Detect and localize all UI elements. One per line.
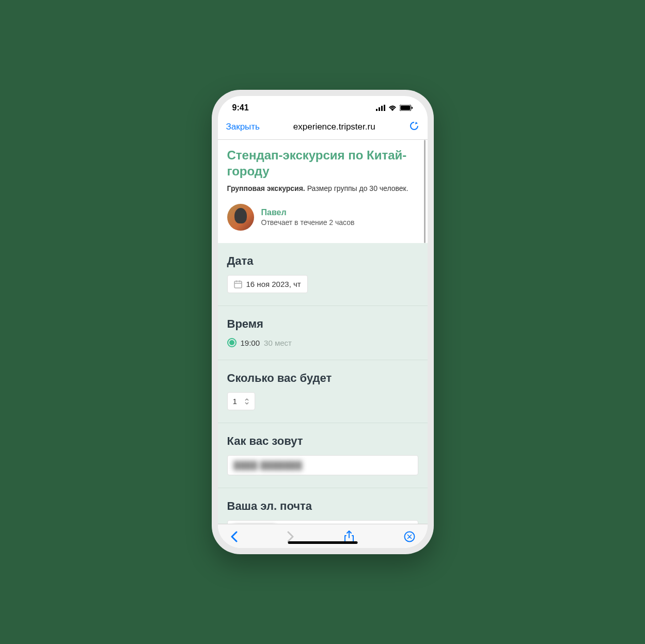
phone-screen: 9:41 Закрыть experience.tripster.ru Стен… [218,96,428,548]
name-input[interactable]: ████ ███████ [227,455,418,475]
count-value: 1 [233,397,237,406]
name-label: Как вас зовут [227,434,418,448]
name-section: Как вас зовут ████ ███████ [218,423,428,488]
email-section: Ваша эл. почта ███████@rambler.ru [218,488,428,524]
date-value: 16 ноя 2023, чт [246,280,301,288]
group-size: Размер группы до 30 человек. [305,184,408,192]
browser-navbar: Закрыть experience.tripster.ru [218,116,428,140]
time-label: Время [227,317,418,331]
date-section: Дата 16 ноя 2023, чт [218,243,428,306]
chevron-left-icon [230,531,238,542]
count-label: Сколько вас будет [227,372,418,385]
cellular-icon [376,105,385,111]
booking-header: Стендап-экскурсия по Китай-городу Группо… [218,140,428,243]
svg-rect-2 [381,106,383,111]
compass-icon [404,531,415,542]
radio-selected-icon [227,338,237,347]
status-bar: 9:41 [218,96,428,116]
svg-rect-3 [384,105,385,111]
experience-subtitle: Групповая экскурсия. Размер группы до 30… [227,184,418,192]
host-row[interactable]: Павел Отвечает в течение 2 часов [227,204,418,231]
svg-rect-6 [412,107,413,109]
count-select[interactable]: 1 [227,392,255,410]
wifi-icon [388,105,397,111]
svg-rect-5 [400,106,410,110]
experience-tag: Групповая экскурсия. [227,184,305,192]
email-label: Ваша эл. почта [227,500,418,513]
status-time: 9:41 [232,103,249,112]
svg-rect-0 [376,109,377,111]
time-seats: 30 мест [264,339,292,347]
safari-button[interactable] [404,531,415,542]
stepper-icon [244,398,249,405]
time-option[interactable]: 19:00 30 мест [227,338,418,347]
date-label: Дата [227,254,418,268]
host-info: Павел Отвечает в течение 2 часов [261,208,355,227]
date-input[interactable]: 16 ноя 2023, чт [227,275,308,293]
name-value-masked: ████ ███████ [234,461,303,470]
phone-frame: 9:41 Закрыть experience.tripster.ru Стен… [212,90,434,554]
time-value: 19:00 [241,339,260,347]
svg-rect-1 [379,107,380,111]
count-section: Сколько вас будет 1 [218,360,428,423]
status-icons [376,105,413,111]
chevron-right-icon [287,531,294,542]
browser-toolbar [218,524,428,548]
page-content[interactable]: Стендап-экскурсия по Китай-городу Группо… [218,140,428,524]
home-indicator[interactable] [288,541,357,544]
experience-title: Стендап-экскурсия по Китай-городу [227,147,418,179]
svg-rect-7 [234,281,242,288]
host-name: Павел [261,208,355,217]
time-section: Время 19:00 30 мест [218,306,428,360]
reload-button[interactable] [409,121,419,133]
forward-button [287,531,294,542]
host-avatar [227,204,254,231]
battery-icon [400,105,413,111]
scroll-indicator[interactable] [424,140,426,243]
host-response-time: Отвечает в течение 2 часов [261,218,355,227]
close-button[interactable]: Закрыть [226,122,260,132]
reload-icon [409,121,419,131]
email-input[interactable]: ███████@rambler.ru [227,520,418,524]
calendar-icon [234,280,242,288]
page-url: experience.tripster.ru [260,122,409,132]
back-button[interactable] [230,531,238,542]
